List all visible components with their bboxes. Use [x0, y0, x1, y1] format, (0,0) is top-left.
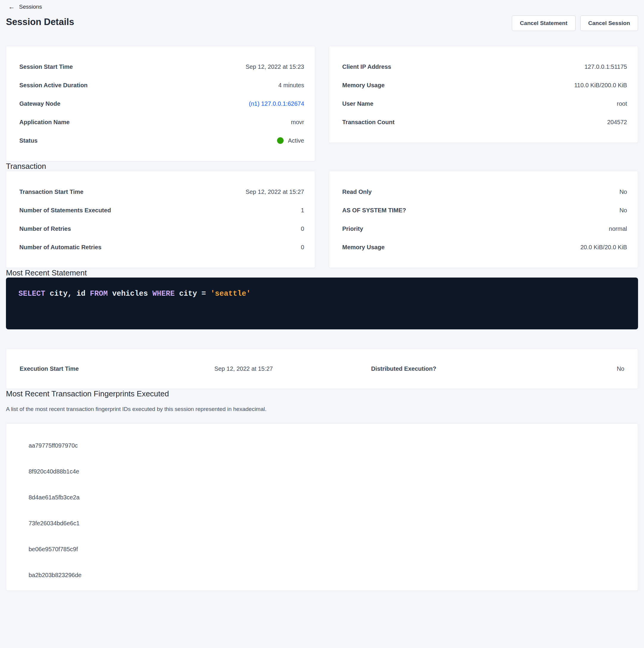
cancel-statement-button[interactable]: Cancel Statement — [512, 15, 575, 31]
fingerprints-card: aa79775ff097970c 8f920c40d88b1c4e 8d4ae6… — [6, 424, 638, 591]
statements-executed-label: Number of Statements Executed — [19, 207, 111, 214]
fingerprints-description: A list of the most recent transaction fi… — [6, 406, 638, 413]
fingerprints-section-heading: Most Recent Transaction Fingerprints Exe… — [6, 389, 638, 398]
transaction-row: Transaction Start Time Sep 12, 2022 at 1… — [6, 171, 638, 268]
status-active-dot-icon — [277, 137, 284, 144]
sql-keyword: SELECT — [18, 289, 45, 298]
session-start-time-label: Session Start Time — [19, 63, 73, 70]
session-active-duration-value: 4 minutes — [278, 82, 304, 89]
session-start-time-row: Session Start Time Sep 12, 2022 at 15:23 — [19, 57, 304, 76]
distributed-execution-value: No — [617, 365, 624, 372]
number-of-retries-row: Number of Retries 0 — [19, 219, 304, 238]
client-ip-value: 127.0.0.1:51175 — [584, 63, 627, 70]
transaction-count-label: Transaction Count — [342, 119, 395, 126]
sql-statement-box: SELECT city, id FROM vehicles WHERE city… — [6, 277, 638, 329]
back-arrow-icon: ← — [8, 4, 15, 10]
statements-executed-value: 1 — [301, 207, 304, 214]
as-of-system-time-label: AS OF SYSTEM TIME? — [342, 207, 406, 214]
priority-row: Priority normal — [342, 219, 627, 238]
read-only-row: Read Only No — [342, 182, 627, 201]
fingerprint-row: ba2b203b823296de — [6, 562, 638, 588]
sql-text: city = — [175, 289, 211, 298]
fingerprint-row: 8d4ae61a5fb3ce2a — [6, 485, 638, 510]
read-only-label: Read Only — [342, 188, 372, 195]
sql-keyword: WHERE — [153, 289, 175, 298]
session-details-page: ← Sessions Session Details Cancel Statem… — [0, 0, 644, 591]
page-title: Session Details — [6, 15, 74, 29]
number-of-retries-value: 0 — [301, 225, 304, 232]
session-summary-card-left: Session Start Time Sep 12, 2022 at 15:23… — [6, 46, 315, 161]
gateway-node-link[interactable]: (n1) 127.0.0.1:62674 — [249, 100, 304, 107]
client-ip-label: Client IP Address — [342, 63, 391, 70]
automatic-retries-label: Number of Automatic Retries — [19, 244, 102, 251]
transaction-start-time-row: Transaction Start Time Sep 12, 2022 at 1… — [19, 182, 304, 201]
automatic-retries-value: 0 — [301, 244, 304, 251]
transaction-count-value: 204572 — [607, 119, 627, 126]
session-start-time-value: Sep 12, 2022 at 15:23 — [245, 63, 304, 70]
fingerprint-id: 73fe26034bd6e6c1 — [28, 520, 79, 527]
transaction-memory-usage-row: Memory Usage 20.0 KiB/20.0 KiB — [342, 238, 627, 256]
distributed-execution-row: Distributed Execution? No — [371, 365, 624, 372]
sql-text: city, id — [45, 289, 90, 298]
sql-keyword: FROM — [90, 289, 108, 298]
as-of-system-time-row: AS OF SYSTEM TIME? No — [342, 201, 627, 219]
session-memory-usage-row: Memory Usage 110.0 KiB/200.0 KiB — [342, 76, 627, 94]
user-name-row: User Name root — [342, 94, 627, 113]
priority-value: normal — [609, 225, 627, 232]
transaction-memory-usage-value: 20.0 KiB/20.0 KiB — [580, 244, 627, 251]
transaction-section-heading: Transaction — [6, 161, 638, 171]
fingerprint-id: aa79775ff097970c — [28, 442, 78, 449]
execution-summary-card: Execution Start Time Sep 12, 2022 at 15:… — [6, 348, 638, 389]
fingerprint-id: 8f920c40d88b1c4e — [28, 468, 79, 475]
status-label: Status — [19, 137, 38, 144]
application-name-label: Application Name — [19, 119, 70, 126]
fingerprint-id: ba2b203b823296de — [28, 572, 81, 579]
execution-start-time-row: Execution Start Time Sep 12, 2022 at 15:… — [20, 365, 273, 372]
application-name-row: Application Name movr — [19, 113, 304, 131]
status-row: Status Active — [19, 131, 304, 150]
distributed-execution-label: Distributed Execution? — [371, 365, 436, 372]
session-memory-usage-value: 110.0 KiB/200.0 KiB — [574, 82, 627, 89]
fingerprint-id: 8d4ae61a5fb3ce2a — [28, 494, 79, 501]
gateway-node-label: Gateway Node — [19, 100, 60, 107]
priority-label: Priority — [342, 225, 363, 232]
user-name-label: User Name — [342, 100, 373, 107]
cancel-session-button[interactable]: Cancel Session — [580, 15, 638, 31]
user-name-value: root — [617, 100, 627, 107]
fingerprint-row: be06e9570f785c9f — [6, 536, 638, 562]
session-summary-card-right: Client IP Address 127.0.0.1:51175 Memory… — [329, 46, 638, 143]
number-of-retries-label: Number of Retries — [19, 225, 71, 232]
client-ip-row: Client IP Address 127.0.0.1:51175 — [342, 57, 627, 76]
read-only-value: No — [619, 188, 627, 195]
status-value: Active — [288, 137, 304, 144]
as-of-system-time-value: No — [619, 207, 627, 214]
session-active-duration-row: Session Active Duration 4 minutes — [19, 76, 304, 94]
sql-text: vehicles — [108, 289, 153, 298]
gateway-node-row: Gateway Node (n1) 127.0.0.1:62674 — [19, 94, 304, 113]
session-summary-row: Session Start Time Sep 12, 2022 at 15:23… — [6, 46, 638, 161]
transaction-start-time-value: Sep 12, 2022 at 15:27 — [245, 188, 304, 195]
page-header: Session Details Cancel Statement Cancel … — [6, 15, 638, 31]
transaction-memory-usage-label: Memory Usage — [342, 244, 385, 251]
back-link-label: Sessions — [19, 3, 42, 11]
transaction-card-right: Read Only No AS OF SYSTEM TIME? No Prior… — [329, 171, 638, 268]
application-name-value: movr — [291, 119, 304, 126]
execution-start-time-label: Execution Start Time — [20, 365, 79, 372]
statements-executed-row: Number of Statements Executed 1 — [19, 201, 304, 219]
transaction-count-row: Transaction Count 204572 — [342, 113, 627, 131]
automatic-retries-row: Number of Automatic Retries 0 — [19, 238, 304, 256]
fingerprint-row: aa79775ff097970c — [6, 433, 638, 458]
session-active-duration-label: Session Active Duration — [19, 82, 87, 89]
most-recent-statement-heading: Most Recent Statement — [6, 268, 638, 277]
fingerprint-id: be06e9570f785c9f — [28, 546, 78, 553]
execution-start-time-value: Sep 12, 2022 at 15:27 — [214, 365, 273, 372]
back-to-sessions-link[interactable]: ← Sessions — [6, 3, 42, 11]
fingerprint-row: 8f920c40d88b1c4e — [6, 458, 638, 485]
transaction-card-left: Transaction Start Time Sep 12, 2022 at 1… — [6, 171, 315, 268]
header-actions: Cancel Statement Cancel Session — [512, 15, 638, 31]
sql-string-literal: 'seattle' — [211, 289, 250, 298]
sql-statement-text: SELECT city, id FROM vehicles WHERE city… — [18, 289, 626, 299]
session-memory-usage-label: Memory Usage — [342, 82, 385, 89]
transaction-start-time-label: Transaction Start Time — [19, 188, 83, 195]
fingerprint-row: 73fe26034bd6e6c1 — [6, 510, 638, 536]
